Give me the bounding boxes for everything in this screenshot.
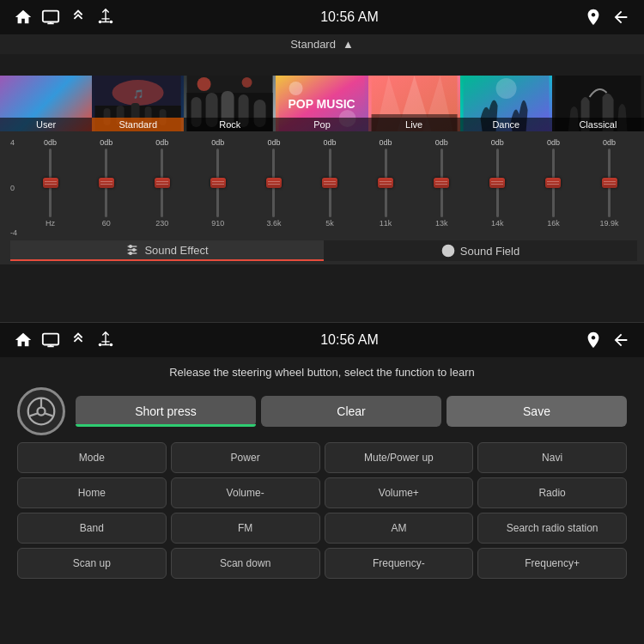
bottom-status-bar: 10:56 AM [0,323,644,357]
preset-pop[interactable]: POP MUSIC Pop [276,54,368,131]
eq-slider-7[interactable]: 0db 13k [414,138,470,228]
eq-db-col: 4 0 -4 [10,138,19,237]
status-icons-right [584,8,630,27]
preset-standard-label: Standard [92,118,184,131]
preset-rock[interactable]: Rock [184,54,276,131]
home-icon[interactable] [14,8,33,27]
func-btn-search-radio-station[interactable]: Search radio station [477,513,627,544]
func-btn-mode[interactable]: Mode [17,442,167,473]
screen-icon[interactable] [41,8,60,27]
preset-dance[interactable]: Dance [460,54,552,131]
eq-tabs: Sound Effect Sound Field [10,240,637,261]
eq-slider-9[interactable]: 0db 16k [526,138,581,228]
steering-buttons: Short press Clear Save [76,396,627,427]
func-btn-home[interactable]: Home [17,477,167,508]
svg-text:🎵: 🎵 [133,88,144,100]
svg-point-40 [447,249,450,252]
steering-wheel-icon [17,387,65,435]
preset-live[interactable]: Live [368,54,460,131]
svg-point-43 [110,343,113,347]
eq-slider-5[interactable]: 0db 5k [301,138,357,228]
eq-slider-1[interactable]: 0db 60 [78,138,134,228]
preset-standard[interactable]: 🎵 Standard [92,54,184,131]
preset-user[interactable]: User [0,54,92,131]
eq-slider-10[interactable]: 0db 19.9k [581,138,637,228]
svg-point-42 [99,343,102,347]
preset-live-label: Live [368,118,460,131]
tab-sound-effect-label: Sound Effect [144,244,208,257]
bottom-screen-icon[interactable] [41,331,60,349]
preset-rock-label: Rock [184,118,276,131]
preset-classical[interactable]: Classical [552,54,644,131]
function-grid: ModePowerMute/Power upNaviHomeVolume-Vol… [17,442,627,579]
func-btn-am[interactable]: AM [325,513,474,544]
svg-rect-0 [43,11,58,22]
clear-button[interactable]: Clear [261,396,441,427]
svg-line-47 [30,413,38,416]
bottom-up-arrows-icon [69,331,88,349]
eq-slider-2[interactable]: 0db 230 [134,138,190,228]
bottom-location-icon [584,331,603,349]
svg-point-31 [495,78,516,99]
svg-point-20 [242,77,252,88]
func-btn-frequency-[interactable]: Frequency+ [477,548,627,579]
top-panel: 10:56 AM Standard ▲ User [0,0,644,322]
bottom-back-icon[interactable] [611,331,630,349]
top-status-bar: 10:56 AM [0,0,644,34]
preset-classical-label: Classical [552,118,644,131]
func-btn-mute-power-up[interactable]: Mute/Power up [325,442,474,473]
steering-title: Release the steering wheel button, selec… [17,366,627,379]
func-btn-frequency-[interactable]: Frequency- [325,548,474,579]
eq-area: 4 0 -4 0db Hz 0db 60 0db [0,131,644,264]
eq-slider-8[interactable]: 0db 14k [470,138,526,228]
svg-line-48 [45,413,52,416]
circle-dot-icon [441,244,455,258]
bottom-panel: 10:56 AM Release the steering wheel butt… [0,322,644,644]
func-btn-radio[interactable]: Radio [477,477,627,508]
func-btn-volume-[interactable]: Volume+ [325,477,474,508]
svg-rect-41 [43,334,58,345]
tab-sound-effect[interactable]: Sound Effect [10,240,324,261]
bottom-status-icons-left [14,331,115,349]
svg-point-38 [130,252,132,255]
svg-text:POP MUSIC: POP MUSIC [289,97,355,111]
save-button[interactable]: Save [447,396,627,427]
up-arrows-icon [69,8,88,27]
preset-pop-label: Pop [276,118,368,131]
svg-point-2 [110,21,113,24]
bottom-home-icon[interactable] [14,331,33,349]
func-btn-volume-[interactable]: Volume- [171,477,320,508]
presets-header[interactable]: Standard ▲ [0,34,644,54]
tab-sound-field-label: Sound Field [460,245,519,258]
chevron-up-icon: ▲ [343,38,354,51]
presets-header-label: Standard [290,38,336,51]
func-btn-scan-down[interactable]: Scan down [171,548,320,579]
func-btn-power[interactable]: Power [171,442,320,473]
tab-sound-field[interactable]: Sound Field [324,240,637,261]
eq-slider-3[interactable]: 0db 910 [190,138,246,228]
func-btn-navi[interactable]: Navi [477,442,627,473]
func-btn-band[interactable]: Band [17,513,167,544]
status-icons-left [14,8,115,27]
short-press-button[interactable]: Short press [76,396,256,427]
back-icon[interactable] [611,8,630,27]
top-status-time: 10:56 AM [320,9,379,25]
steering-controls: Short press Clear Save [17,387,627,435]
svg-point-1 [99,21,102,24]
eq-presets-row: User 🎵 Standard [0,54,644,131]
eq-slider-6[interactable]: 0db 11k [358,138,414,228]
eq-slider-4[interactable]: 0db 3.6k [246,138,301,228]
func-btn-scan-up[interactable]: Scan up [17,548,167,579]
eq-slider-0[interactable]: 0db Hz [22,138,78,228]
svg-point-37 [133,249,136,252]
preset-user-label: User [0,118,92,131]
func-btn-fm[interactable]: FM [171,513,320,544]
bottom-usb-icon [96,331,115,349]
preset-dance-label: Dance [460,118,552,131]
location-icon [584,8,603,27]
eq-sliders: 0db Hz 0db 60 0db 230 0db 910 [22,138,637,228]
sliders-icon [125,243,139,257]
usb-icon [96,8,115,27]
svg-point-36 [130,246,132,248]
bottom-status-icons-right [584,331,630,349]
